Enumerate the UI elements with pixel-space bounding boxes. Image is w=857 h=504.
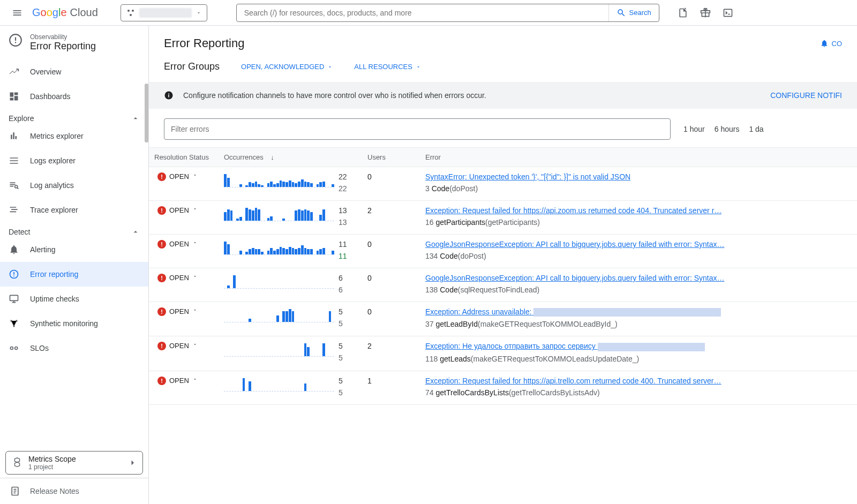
table-row[interactable]: ! OPEN 551Exception: Request failed for … xyxy=(149,371,857,405)
error-link[interactable]: Exception: Не удалось отправить запрос с… xyxy=(425,342,736,351)
google-cloud-logo[interactable]: GoogleCloud xyxy=(32,6,98,19)
list-icon xyxy=(9,155,20,166)
svg-point-11 xyxy=(15,347,18,350)
metrics-scope-picker[interactable]: Metrics Scope1 project xyxy=(5,451,143,475)
notification-toggle[interactable]: CO xyxy=(820,39,843,48)
users-count: 0 xyxy=(367,240,425,260)
occ-count-secondary: 11 xyxy=(339,252,347,260)
sparkline xyxy=(224,206,334,221)
table-row[interactable]: ! OPEN 13132Exception: Request failed fo… xyxy=(149,201,857,235)
cloud-shell-icon[interactable] xyxy=(721,6,734,19)
error-location: 37 getLeadById(makeGETRequestToKOMMOLead… xyxy=(425,320,857,328)
release-notes-link[interactable]: Release Notes xyxy=(0,478,148,504)
error-link[interactable]: SyntaxError: Unexpected token '}', "[{"i… xyxy=(425,172,736,181)
error-location: 3 Code(doPost) xyxy=(425,184,857,193)
status-dropdown[interactable] xyxy=(192,307,198,313)
filter-errors-input[interactable] xyxy=(164,118,671,140)
error-link[interactable]: GoogleJsonResponseException: API call to… xyxy=(425,240,736,249)
search-box[interactable]: Search xyxy=(236,4,659,22)
project-icon xyxy=(126,9,135,17)
time-6h[interactable]: 6 hours xyxy=(715,125,740,133)
hamburger-icon xyxy=(12,7,22,18)
error-link[interactable]: Exception: Request failed for https://ap… xyxy=(425,377,736,385)
sidebar-item-label: SLOs xyxy=(30,344,49,352)
error-location: 74 getTrelloCardsByLists(getTrelloCardsB… xyxy=(425,388,857,397)
status-dropdown[interactable] xyxy=(192,172,198,178)
sidebar-section-detect[interactable]: Detect xyxy=(0,222,148,237)
occ-count: 13 xyxy=(339,206,347,215)
filter-resources-dropdown[interactable]: ALL RESOURCES xyxy=(354,63,421,71)
sparkline xyxy=(224,342,334,357)
gift-icon[interactable] xyxy=(699,6,712,19)
status-dropdown[interactable] xyxy=(192,206,198,212)
sparkline xyxy=(224,172,334,187)
error-status-icon: ! xyxy=(157,342,166,350)
project-picker[interactable] xyxy=(121,4,207,21)
error-link[interactable]: Exception: Address unavailable: xyxy=(425,307,736,317)
sidebar-scrollbar[interactable] xyxy=(145,84,148,142)
dashboard-icon xyxy=(9,91,20,102)
search-button[interactable]: Search xyxy=(608,4,659,21)
occ-count: 11 xyxy=(339,240,347,249)
search-icon xyxy=(617,8,626,18)
sidebar-item-slos[interactable]: SLOs xyxy=(0,336,148,360)
error-link[interactable]: GoogleJsonResponseException: API call to… xyxy=(425,274,736,282)
status-dropdown[interactable] xyxy=(192,240,198,245)
table-row[interactable]: ! OPEN 552Exception: Не удалось отправит… xyxy=(149,336,857,371)
project-name-redacted xyxy=(139,8,192,18)
occ-count-secondary: 13 xyxy=(339,218,347,227)
sidebar-item-alerting[interactable]: Alerting xyxy=(0,237,148,262)
col-users[interactable]: Users xyxy=(367,153,425,161)
hamburger-menu[interactable] xyxy=(6,2,28,24)
users-count: 0 xyxy=(367,172,425,193)
time-1d[interactable]: 1 da xyxy=(749,125,763,133)
monitor-icon xyxy=(9,294,20,304)
configure-notifications-link[interactable]: CONFIGURE NOTIFI xyxy=(770,91,842,100)
status-dropdown[interactable] xyxy=(192,377,198,382)
bell-icon xyxy=(9,244,20,255)
col-error[interactable]: Error xyxy=(425,153,857,161)
sidebar-item-error-reporting[interactable]: Error reporting xyxy=(0,262,148,287)
error-table: Resolution Status Occurrences ↓ Users Er… xyxy=(149,147,857,405)
error-groups-heading: Error Groups xyxy=(164,61,220,72)
sidebar-item-label: Error reporting xyxy=(30,270,78,279)
error-link[interactable]: Exception: Request failed for https://ap… xyxy=(425,206,736,215)
sidebar-item-synthetic-monitoring[interactable]: Synthetic monitoring xyxy=(0,311,148,336)
sidebar-item-metrics-explorer[interactable]: Metrics explorer xyxy=(0,124,148,148)
status-dropdown[interactable] xyxy=(192,274,198,279)
status-dropdown[interactable] xyxy=(192,342,198,347)
table-row[interactable]: ! OPEN 660GoogleJsonResponseException: A… xyxy=(149,268,857,302)
filter-status-dropdown[interactable]: OPEN, ACKNOWLEDGED xyxy=(241,63,333,71)
sidebar-item-logs-explorer[interactable]: Logs explorer xyxy=(0,148,148,173)
time-1h[interactable]: 1 hour xyxy=(683,125,705,133)
sidebar-item-log-analytics[interactable]: Log analytics xyxy=(0,173,148,198)
trace-icon xyxy=(9,205,20,215)
docs-icon[interactable] xyxy=(676,6,689,19)
sidebar-section-explore[interactable]: Explore xyxy=(0,109,148,124)
occ-count-secondary: 5 xyxy=(339,388,343,397)
hex-icon xyxy=(11,457,23,469)
sidebar-item-dashboards[interactable]: Dashboards xyxy=(0,84,148,109)
table-row[interactable]: ! OPEN 22220SyntaxError: Unexpected toke… xyxy=(149,167,857,201)
dropdown-icon xyxy=(327,64,333,70)
occ-count-secondary: 5 xyxy=(339,319,343,328)
page-title: Error Reporting xyxy=(164,36,244,50)
error-reporting-icon xyxy=(9,33,22,47)
sidebar-item-trace-explorer[interactable]: Trace explorer xyxy=(0,198,148,222)
sidebar-item-label: Trace explorer xyxy=(30,206,78,214)
status-label: OPEN xyxy=(169,342,189,350)
dropdown-icon xyxy=(196,10,201,16)
redacted-text xyxy=(533,308,721,317)
sidebar-item-uptime-checks[interactable]: Uptime checks xyxy=(0,287,148,311)
svg-point-0 xyxy=(127,10,130,12)
search-input[interactable] xyxy=(237,9,608,17)
table-row[interactable]: ! OPEN 11110GoogleJsonResponseException:… xyxy=(149,235,857,268)
sidebar-item-overview[interactable]: Overview xyxy=(0,59,148,84)
col-status[interactable]: Resolution Status xyxy=(149,153,224,161)
col-occurrences[interactable]: Occurrences ↓ xyxy=(224,153,367,161)
main-content: Error Reporting CO Error Groups OPEN, AC… xyxy=(149,26,857,504)
users-count: 0 xyxy=(367,307,425,328)
occ-count: 5 xyxy=(339,307,343,316)
table-row[interactable]: ! OPEN 550Exception: Address unavailable… xyxy=(149,302,857,336)
sidebar: Observability Error Reporting Overview D… xyxy=(0,26,149,504)
